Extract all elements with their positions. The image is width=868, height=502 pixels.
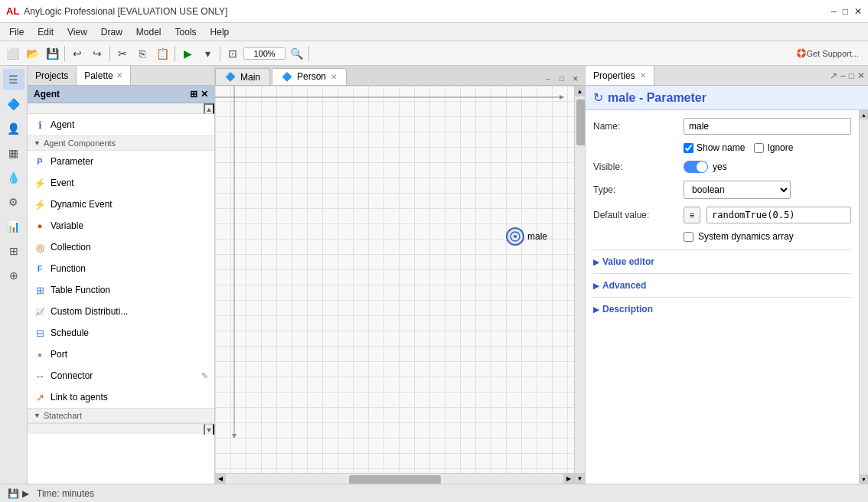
menu-edit[interactable]: Edit [31, 25, 60, 39]
props-scrollbar[interactable]: ▲ ▼ [859, 110, 868, 484]
system-dynamics-checkbox[interactable] [684, 232, 693, 242]
nav-btn-2[interactable]: 👤 [3, 118, 24, 139]
close-btn[interactable]: ✕ [854, 6, 862, 17]
palette-section-statechart[interactable]: ▼ Statechart [28, 408, 214, 423]
palette-item-link-to-agents[interactable]: ↗ Link to agents [28, 386, 214, 408]
status-save-icon[interactable]: 💾 [8, 488, 19, 499]
nav-btn-5[interactable]: ⚙ [3, 191, 24, 213]
open-btn[interactable]: 📂 [23, 44, 41, 63]
editor-maximize-btn[interactable]: □ [556, 73, 568, 85]
person-tab-close[interactable]: ✕ [331, 73, 337, 81]
palette-item-table-function[interactable]: ⊞ Table Function [28, 279, 214, 301]
nav-btn-3[interactable]: ▦ [3, 142, 24, 164]
canvas-area[interactable]: male [215, 86, 574, 473]
nav-btn-7[interactable]: ⊞ [3, 240, 24, 262]
zoom-fit-btn[interactable]: ⊡ [224, 44, 242, 63]
scroll-right-btn[interactable]: ▶ [563, 474, 574, 484]
scroll-left-btn[interactable]: ◀ [215, 474, 226, 484]
properties-tab[interactable]: Properties ✕ [586, 66, 654, 85]
main-tab-label: Main [240, 72, 260, 83]
palette-item-event[interactable]: ⚡ Event [28, 172, 214, 194]
default-value-input[interactable] [706, 207, 851, 223]
palette-toggle-btn[interactable]: ☰ [3, 69, 24, 90]
editor-minimize-btn[interactable]: – [542, 73, 554, 85]
canvas-scrollbar-h[interactable]: ◀ ▶ [215, 473, 574, 484]
svg-point-5 [514, 235, 517, 238]
scroll-down-btn[interactable]: ▼ [204, 424, 214, 435]
nav-btn-4[interactable]: 💧 [3, 167, 24, 188]
tab-person[interactable]: 🔷 Person ✕ [272, 68, 347, 85]
cut-btn[interactable]: ✂ [113, 44, 132, 63]
scroll-down-canvas-btn[interactable]: ▼ [575, 473, 586, 484]
scroll-up-canvas-btn[interactable]: ▲ [575, 86, 586, 96]
status-run-icon[interactable]: ▶ [22, 488, 29, 499]
support-btn[interactable]: 🛟 Get Support... [790, 44, 865, 63]
properties-panel: Properties ✕ ↗ – □ ✕ ↻ male - Parameter … [585, 66, 868, 484]
value-editor-header[interactable]: ▶ Value editor [593, 255, 851, 269]
palette-item-agent[interactable]: ℹ Agent [28, 114, 214, 135]
type-select[interactable]: boolean int double String [684, 181, 791, 199]
props-minimize-icon[interactable]: – [840, 70, 846, 81]
palette-item-dynamic-event[interactable]: ⚡ Dynamic Event [28, 194, 214, 215]
agent-element[interactable]: male [506, 227, 547, 246]
tab-palette[interactable]: Palette ✕ [77, 66, 130, 85]
menu-help[interactable]: Help [204, 25, 236, 39]
description-header[interactable]: ▶ Description [593, 302, 851, 316]
nav-btn-6[interactable]: 📊 [3, 216, 24, 237]
palette-tab-close[interactable]: ✕ [116, 71, 122, 80]
menu-model[interactable]: Model [130, 25, 168, 39]
eq-btn[interactable]: ≡ [684, 207, 700, 223]
palette-item-custom-dist[interactable]: 📈 Custom Distributi... [28, 301, 214, 322]
props-scroll-up[interactable]: ▲ [860, 110, 869, 119]
canvas-scrollbar-v[interactable]: ▲ ▼ [574, 86, 585, 484]
v-scroll-thumb[interactable] [576, 99, 586, 145]
tab-main[interactable]: 🔷 Main [215, 68, 270, 85]
maximize-btn[interactable]: □ [843, 6, 848, 17]
palette-item-port[interactable]: ● Port [28, 344, 214, 365]
props-content: Name: Show name Ignore Visibl [586, 110, 859, 484]
menu-tools[interactable]: Tools [169, 25, 203, 39]
new-btn[interactable]: ⬜ [3, 44, 21, 63]
properties-tab-close[interactable]: ✕ [640, 71, 646, 80]
palette-grid-icon[interactable]: ⊞ [190, 89, 197, 99]
editor-close-btn[interactable]: ✕ [569, 73, 582, 85]
palette-item-variable[interactable]: ● Variable [28, 215, 214, 236]
ignore-checkbox[interactable] [754, 143, 764, 153]
run-btn[interactable]: ▶ [178, 44, 197, 63]
scroll-up-btn[interactable]: ▲ [204, 103, 214, 114]
save-btn[interactable]: 💾 [43, 44, 61, 63]
undo-btn[interactable]: ↩ [68, 44, 86, 63]
menu-file[interactable]: File [3, 25, 30, 39]
menu-draw[interactable]: Draw [95, 25, 129, 39]
advanced-header[interactable]: ▶ Advanced [593, 279, 851, 292]
palette-item-collection[interactable]: ◎ Collection [28, 236, 214, 258]
palette-item-connector[interactable]: ↔ Connector ✎ [28, 365, 214, 386]
palette-item-schedule[interactable]: ⊟ Schedule [28, 322, 214, 344]
copy-btn[interactable]: ⎘ [133, 44, 152, 63]
redo-btn[interactable]: ↪ [88, 44, 106, 63]
nav-btn-1[interactable]: 🔷 [3, 93, 24, 115]
minimize-btn[interactable]: – [831, 6, 837, 17]
palette-section-components[interactable]: ▼ Agent Components [28, 135, 214, 151]
props-maximize-icon[interactable]: □ [849, 70, 854, 81]
menu-view[interactable]: View [61, 25, 93, 39]
name-input[interactable] [684, 118, 851, 135]
palette-item-function[interactable]: F Function [28, 258, 214, 279]
paste-btn[interactable]: 📋 [153, 44, 171, 63]
zoom-search-btn[interactable]: 🔍 [287, 44, 305, 63]
props-close-icon[interactable]: ✕ [857, 70, 865, 81]
props-external-icon[interactable]: ↗ [830, 70, 837, 81]
palette-list: ▲ ℹ Agent ▼ Agent Components P [28, 103, 214, 484]
palette-item-parameter[interactable]: P Parameter [28, 151, 214, 172]
palette-close-icon[interactable]: ✕ [201, 89, 208, 99]
h-scroll-thumb[interactable] [349, 475, 441, 484]
props-scroll-down[interactable]: ▼ [860, 474, 869, 484]
tab-projects[interactable]: Projects [28, 66, 77, 85]
zoom-input[interactable]: 100% [243, 47, 286, 60]
advanced-arrow-icon: ▶ [593, 282, 599, 290]
show-name-checkbox[interactable] [684, 143, 693, 153]
run-dropdown[interactable]: ▾ [198, 44, 217, 63]
palette-item-agent-label: Agent [51, 119, 74, 130]
visible-toggle-switch[interactable] [684, 161, 708, 173]
nav-btn-8[interactable]: ⊕ [3, 265, 24, 286]
